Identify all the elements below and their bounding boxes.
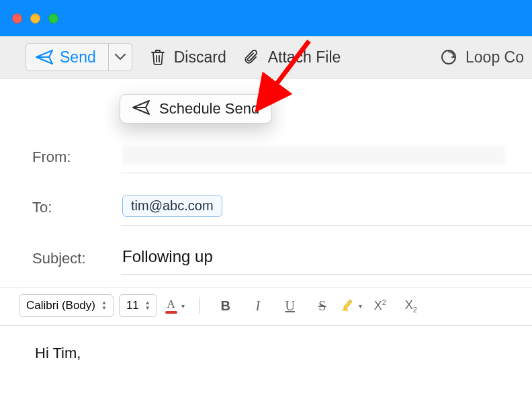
body-line: Hi Tim,: [35, 345, 532, 362]
loop-label: Loop Co: [466, 48, 524, 67]
message-body[interactable]: Hi Tim,: [0, 326, 532, 362]
subscript-button[interactable]: X2: [398, 298, 424, 314]
chevron-down-icon: ▾: [359, 302, 362, 310]
send-outline-icon: [132, 100, 150, 118]
underline-button[interactable]: U: [277, 298, 304, 314]
loop-icon: [440, 48, 457, 66]
send-icon: [36, 50, 53, 64]
subject-row: Subject:: [0, 234, 532, 283]
font-size-value: 11: [126, 299, 139, 312]
to-field[interactable]: tim@abc.com: [121, 189, 532, 226]
subject-label: Subject:: [32, 250, 121, 267]
font-family-select[interactable]: Calibri (Body) ▲▼: [19, 294, 114, 317]
highlight-button[interactable]: ▾: [341, 297, 362, 314]
from-row: From:: [0, 132, 532, 181]
attach-file-button[interactable]: Attach File: [244, 48, 341, 67]
schedule-send-menu-item[interactable]: Schedule Send: [120, 94, 272, 124]
send-button[interactable]: Send: [26, 44, 109, 71]
separator: [200, 297, 200, 314]
highlighter-icon: [341, 297, 356, 314]
minimize-window-button[interactable]: [30, 13, 40, 24]
recipient-pill[interactable]: tim@abc.com: [122, 195, 222, 217]
to-label: To:: [32, 199, 121, 216]
bold-button[interactable]: B: [212, 298, 239, 314]
subject-field-wrap: [121, 242, 532, 275]
fullscreen-window-button[interactable]: [48, 13, 58, 24]
strikethrough-button[interactable]: S: [309, 298, 336, 314]
from-field[interactable]: [121, 140, 532, 173]
stepper-icon: ▲▼: [143, 300, 152, 311]
send-split-button: Send: [26, 43, 132, 71]
discard-button[interactable]: Discard: [150, 48, 226, 67]
svg-rect-3: [343, 309, 348, 311]
to-row: To: tim@abc.com: [0, 181, 532, 234]
from-label: From:: [32, 148, 121, 166]
font-color-button[interactable]: A ▾: [163, 298, 187, 314]
close-window-button[interactable]: [12, 13, 22, 24]
stepper-icon: ▲▼: [99, 300, 109, 311]
subject-input[interactable]: [122, 247, 531, 266]
discard-label: Discard: [174, 48, 226, 67]
paperclip-icon: [244, 48, 260, 66]
trash-icon: [150, 48, 166, 66]
from-value-redacted: [122, 146, 505, 165]
chevron-down-icon: [115, 51, 126, 63]
toolbar: Send Discard Attach File Loop: [0, 36, 532, 79]
loop-components-button[interactable]: Loop Co: [440, 48, 524, 67]
font-size-select[interactable]: 11 ▲▼: [119, 294, 157, 317]
chevron-down-icon: ▾: [181, 302, 185, 310]
attach-file-label: Attach File: [268, 48, 341, 67]
font-family-value: Calibri (Body): [26, 299, 95, 312]
superscript-button[interactable]: X2: [367, 298, 393, 313]
send-label: Send: [60, 48, 96, 67]
font-color-icon: A: [165, 298, 177, 314]
italic-button[interactable]: I: [245, 298, 271, 314]
send-options-button[interactable]: [109, 44, 132, 71]
format-toolbar: Calibri (Body) ▲▼ 11 ▲▼ A ▾ B I U S: [0, 287, 532, 326]
schedule-send-label: Schedule Send: [159, 100, 259, 118]
window-titlebar: [0, 0, 532, 36]
